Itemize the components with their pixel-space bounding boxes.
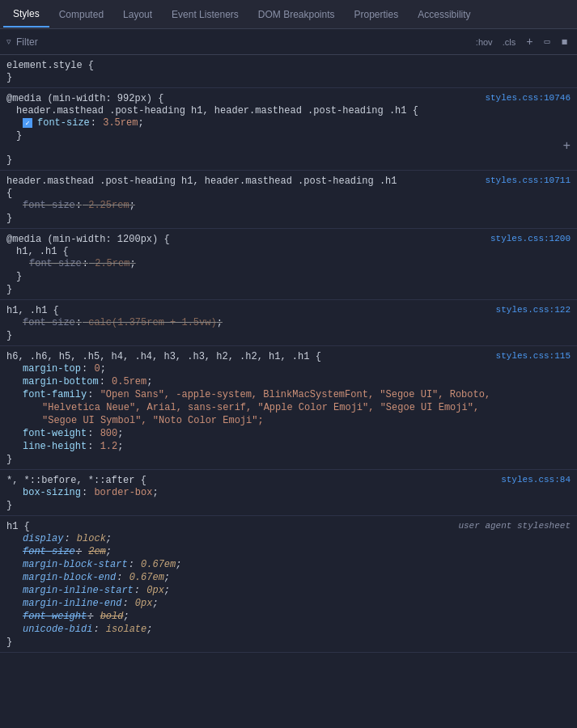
display-value: block xyxy=(77,533,106,544)
h6-h1-close: } xyxy=(0,453,577,466)
header-1071-close: } xyxy=(0,212,577,225)
font-size-ua-value: 2em xyxy=(88,546,106,557)
h6-h1-source[interactable]: styles.css:115 xyxy=(496,351,571,361)
font-family-cont1: "Helvetica Neue", Arial, sans-serif, "Ap… xyxy=(0,401,577,414)
margin-block-start-name: margin-block-start xyxy=(23,559,128,570)
font-weight-ua-value: bold xyxy=(100,611,124,622)
margin-inline-end-value: 0px xyxy=(135,598,153,609)
rule-element-style: element.style { } xyxy=(0,55,577,88)
header-1071-selector: header.masthead .post-heading h1, header… xyxy=(6,176,397,187)
font-size-ua-name: font-size xyxy=(23,546,75,557)
filter-left: ▿ Filter xyxy=(6,36,38,48)
settings-button[interactable]: ◼ xyxy=(558,35,571,49)
media-1200-inner-close: } xyxy=(0,270,577,283)
font-weight-ua-name: font-weight xyxy=(23,611,87,622)
margin-block-start-value: 0.67em xyxy=(141,559,176,570)
media-1200-outer-close: } xyxy=(0,283,577,296)
h1-ua-close: } xyxy=(0,636,577,649)
cls-button[interactable]: .cls xyxy=(500,36,519,48)
margin-block-start-prop: margin-block-start: 0.67em; xyxy=(0,558,577,571)
margin-inline-start-prop: margin-inline-start: 0px; xyxy=(0,584,577,597)
margin-block-end-prop: margin-block-end: 0.67em; xyxy=(0,571,577,584)
margin-inline-start-name: margin-inline-start xyxy=(23,585,134,596)
media-992-selector: header.masthead .post-heading h1, header… xyxy=(0,104,577,116)
tab-styles[interactable]: Styles xyxy=(3,2,49,28)
universal-source[interactable]: styles.css:84 xyxy=(501,475,571,486)
h6-h1-selector: h6, .h6, h5, .h5, h4, .h4, h3, .h3, h2, … xyxy=(6,351,321,362)
rule-h6-h1-block: h6, .h6, h5, .h5, h4, .h4, h3, .h3, h2, … xyxy=(0,346,577,470)
tab-event-listeners[interactable]: Event Listeners xyxy=(162,2,248,27)
universal-selector: *, *::before, *::after { xyxy=(6,475,146,486)
css-rules-area: element.style { } @media (min-width: 992… xyxy=(0,55,577,653)
element-style-selector: element.style { xyxy=(6,60,94,71)
hov-button[interactable]: :hov xyxy=(473,36,495,48)
margin-top-prop: margin-top: 0; xyxy=(0,362,577,375)
rule-media-1200: @media (min-width: 1200px) { styles.css:… xyxy=(0,229,577,300)
rule-universal: *, *::before, *::after { styles.css:84 b… xyxy=(0,470,577,516)
margin-bottom-prop: margin-bottom: 0.5rem; xyxy=(0,375,577,388)
rule-header-masthead-1071: header.masthead .post-heading h1, header… xyxy=(0,171,577,229)
unicode-bidi-value: isolate xyxy=(106,624,146,635)
display-name: display xyxy=(23,533,63,544)
header-1071-source[interactable]: styles.css:10711 xyxy=(485,176,571,185)
font-weight-prop: font-weight: 800; xyxy=(0,427,577,440)
add-rule-button[interactable]: + xyxy=(523,35,536,49)
margin-inline-end-prop: margin-inline-end: 0px; xyxy=(0,597,577,610)
rule-element-style-header: element.style { xyxy=(0,58,577,71)
font-size-checkbox[interactable]: ✓ xyxy=(23,118,32,128)
tab-layout[interactable]: Layout xyxy=(113,2,162,27)
h1-calc-source[interactable]: styles.css:122 xyxy=(496,305,571,316)
font-size-3-5-prop: ✓ font-size: 3.5rem; xyxy=(0,116,577,129)
rule-h1-ua: h1 { user agent stylesheet display: bloc… xyxy=(0,516,577,653)
unicode-bidi-name: unicode-bidi xyxy=(23,624,92,635)
filter-bar: ▿ Filter :hov .cls + ▭ ◼ xyxy=(0,29,577,55)
filter-label: Filter xyxy=(16,36,38,48)
rule-media-992: @media (min-width: 992px) { styles.css:1… xyxy=(0,88,577,171)
media-992-query: @media (min-width: 992px) { xyxy=(6,93,163,104)
margin-block-end-name: margin-block-end xyxy=(23,572,116,583)
display-prop: display: block; xyxy=(0,532,577,545)
dock-button[interactable]: ▭ xyxy=(541,35,554,49)
font-size-2-5-prop: font-size: 2.5rem; xyxy=(0,257,577,270)
line-height-prop: line-height: 1.2; xyxy=(0,440,577,453)
margin-block-end-value: 0.67em xyxy=(129,572,164,583)
h1-calc-close: } xyxy=(0,329,577,342)
filter-icon: ▿ xyxy=(6,36,11,47)
media-992-outer-close: } xyxy=(0,154,577,167)
tab-computed[interactable]: Computed xyxy=(49,2,113,27)
rule-h1-calc: h1, .h1 { styles.css:122 font-size: calc… xyxy=(0,300,577,346)
font-weight-ua-prop: font-weight: bold; xyxy=(0,610,577,623)
media-1200-source[interactable]: styles.css:1200 xyxy=(490,234,571,245)
font-family-prop: font-family: "Open Sans", -apple-system,… xyxy=(0,388,577,401)
tab-properties[interactable]: Properties xyxy=(345,2,409,27)
filter-right: :hov .cls + ▭ ◼ xyxy=(473,35,571,49)
tab-dom-breakpoints[interactable]: DOM Breakpoints xyxy=(248,2,345,27)
font-size-calc-prop: font-size: calc(1.375rem + 1.5vw); xyxy=(0,316,577,329)
font-size-2-25-prop: font-size: 2.25rem; xyxy=(0,199,577,212)
rule-close-brace: } xyxy=(0,71,577,84)
box-sizing-prop: box-sizing: border-box; xyxy=(0,486,577,499)
h1-calc-selector: h1, .h1 { xyxy=(6,305,59,316)
unicode-bidi-prop: unicode-bidi: isolate; xyxy=(0,623,577,636)
add-rule-plus[interactable]: + xyxy=(562,139,571,154)
tab-accessibility[interactable]: Accessibility xyxy=(408,2,480,27)
h1-ua-source: user agent stylesheet xyxy=(458,521,571,531)
margin-inline-end-name: margin-inline-end xyxy=(23,598,121,609)
font-family-cont2: "Segoe UI Symbol", "Noto Color Emoji"; xyxy=(0,414,577,427)
font-size-ua-prop: font-size: 2em; xyxy=(0,545,577,558)
media-1200-query: @media (min-width: 1200px) { xyxy=(6,234,170,245)
tab-bar: Styles Computed Layout Event Listeners D… xyxy=(0,0,577,29)
universal-close: } xyxy=(0,499,577,512)
margin-inline-start-value: 0px xyxy=(146,585,164,596)
header-1071-brace: { xyxy=(0,187,577,199)
media-1200-selector: h1, .h1 { xyxy=(0,245,577,257)
media-992-source[interactable]: styles.css:10746 xyxy=(485,93,571,104)
h1-ua-selector: h1 { xyxy=(6,521,30,532)
